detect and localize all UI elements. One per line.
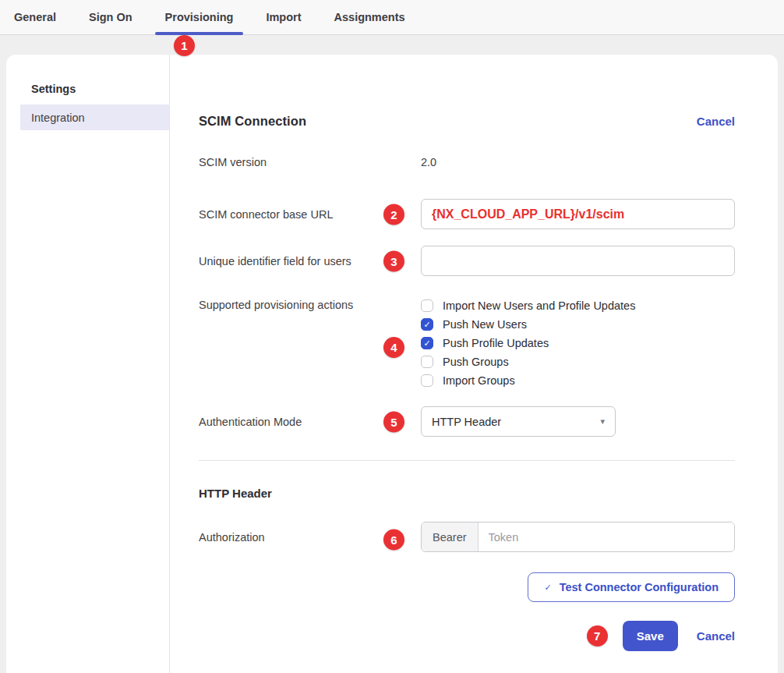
sidebar-heading: Settings xyxy=(6,83,169,104)
check-icon: ✓ xyxy=(544,583,551,593)
checkbox-box: ✓ xyxy=(421,356,433,368)
annotation-badge-1: 1 xyxy=(174,35,195,56)
provisioning-actions-row: Supported provisioning actions 4 ✓ Impor… xyxy=(199,298,735,387)
checkbox-label: Import New Users and Profile Updates xyxy=(443,299,635,312)
annotation-badge-5: 5 xyxy=(383,411,404,432)
checkbox-label: Import Groups xyxy=(443,374,515,387)
cancel-link-bottom[interactable]: Cancel xyxy=(697,629,735,643)
auth-mode-row: Authentication Mode 5 HTTP Header ▾ xyxy=(199,406,735,437)
checkbox-box: ✓ xyxy=(421,318,433,331)
auth-mode-select[interactable]: HTTP Header ▾ xyxy=(421,406,616,437)
annotation-badge-4: 4 xyxy=(383,337,404,358)
checkbox-push-new-users[interactable]: ✓ Push New Users xyxy=(421,318,735,331)
checkbox-label: Push Groups xyxy=(443,356,509,368)
checkbox-import-new-users-profile-updates[interactable]: ✓ Import New Users and Profile Updates xyxy=(421,299,735,312)
annotation-badge-3: 3 xyxy=(383,250,404,271)
token-input[interactable] xyxy=(479,522,734,551)
base-url-row: SCIM connector base URL 2 xyxy=(199,199,735,229)
checkbox-push-profile-updates[interactable]: ✓ Push Profile Updates xyxy=(421,337,735,349)
annotation-badge-2: 2 xyxy=(383,204,404,225)
checkbox-label: Push Profile Updates xyxy=(443,337,549,349)
bearer-prefix: Bearer xyxy=(422,522,479,551)
unique-identifier-input[interactable] xyxy=(421,246,735,276)
tab-provisioning[interactable]: Provisioning xyxy=(164,0,235,34)
test-connector-button-label: Test Connector Configuration xyxy=(560,581,719,593)
tab-assignments[interactable]: Assignments xyxy=(333,0,407,34)
save-row: 7 Save Cancel xyxy=(199,621,735,651)
app-tab-bar: General Sign On Provisioning Import Assi… xyxy=(0,0,784,35)
http-header-section-heading: HTTP Header xyxy=(199,487,735,500)
checkbox-box: ✓ xyxy=(421,374,433,387)
authorization-input-group: Bearer xyxy=(421,522,735,552)
auth-mode-selected-value: HTTP Header xyxy=(432,416,501,428)
scim-version-row: SCIM version 2.0 xyxy=(199,155,735,169)
scim-connection-form: SCIM Connection Cancel SCIM version 2.0 … xyxy=(170,55,778,673)
scim-version-value: 2.0 xyxy=(421,156,436,168)
tab-sign-on[interactable]: Sign On xyxy=(87,0,134,34)
provisioning-actions-label: Supported provisioning actions xyxy=(199,298,421,311)
save-button[interactable]: Save xyxy=(623,621,678,651)
annotation-badge-6: 6 xyxy=(383,530,404,551)
base-url-input[interactable] xyxy=(421,199,735,229)
section-divider xyxy=(199,460,735,461)
panel-header: SCIM Connection Cancel xyxy=(199,114,735,129)
sidebar-item-integration[interactable]: Integration xyxy=(20,104,169,130)
page-title: SCIM Connection xyxy=(199,114,306,129)
cancel-link-top[interactable]: Cancel xyxy=(697,115,735,128)
check-icon: ✓ xyxy=(423,321,430,329)
checkbox-box: ✓ xyxy=(421,337,433,349)
tab-import[interactable]: Import xyxy=(264,0,302,34)
check-icon: ✓ xyxy=(423,339,430,348)
unique-identifier-row: Unique identifier field for users 3 xyxy=(199,246,735,276)
tab-general[interactable]: General xyxy=(12,0,58,34)
provisioning-panel: Settings Integration SCIM Connection Can… xyxy=(6,55,778,673)
scim-version-label: SCIM version xyxy=(199,156,421,168)
checkbox-label: Push New Users xyxy=(443,318,527,331)
checkbox-push-groups[interactable]: ✓ Push Groups xyxy=(421,356,735,368)
checkbox-import-groups[interactable]: ✓ Import Groups xyxy=(421,374,735,387)
provisioning-actions-group: ✓ Import New Users and Profile Updates ✓… xyxy=(421,298,735,387)
chevron-down-icon: ▾ xyxy=(600,416,605,427)
test-connector-row: ✓ Test Connector Configuration xyxy=(199,572,735,602)
annotation-badge-7: 7 xyxy=(587,625,608,646)
test-connector-button[interactable]: ✓ Test Connector Configuration xyxy=(528,572,735,602)
authorization-row: Authorization 6 Bearer xyxy=(199,522,735,552)
settings-sidebar: Settings Integration xyxy=(6,55,170,673)
checkbox-box: ✓ xyxy=(421,299,433,312)
